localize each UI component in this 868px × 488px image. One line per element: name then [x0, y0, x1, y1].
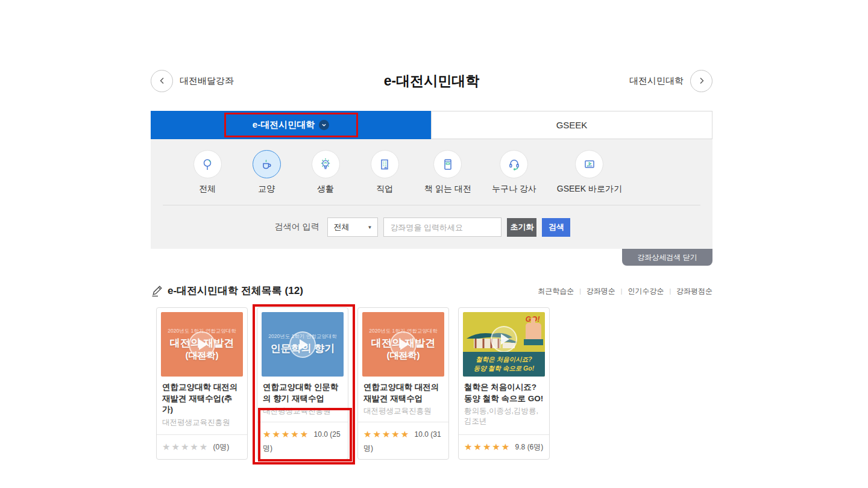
- course-thumbnail-1[interactable]: 2020년도 1학기 연합교양대학 대전의 재발견 (대전학): [161, 312, 243, 377]
- search-input[interactable]: [383, 217, 502, 237]
- category-all-label: 전체: [199, 184, 216, 195]
- course-title[interactable]: 연합교양대학 인문학의 향기 재택수업: [263, 382, 342, 404]
- close-detail-search-button[interactable]: 강좌상세검색 닫기: [622, 249, 712, 266]
- course-card-list: 2020년도 1학기 연합교양대학 대전의 재발견 (대전학) 연합교양대학 대…: [156, 307, 712, 460]
- course-card-4[interactable]: GO! 철학은 처음이시죠? 동양 철학 속으로 Go! 철학은 처음이시죠? …: [458, 307, 550, 460]
- play-button-icon[interactable]: [189, 331, 215, 358]
- course-title[interactable]: 연합교양대학 대전의 재발견 재택수업: [363, 382, 443, 404]
- chevron-down-icon: [321, 122, 327, 128]
- tab-gseek-label: GSEEK: [556, 120, 588, 130]
- course-rating-area: ★★★★★ (0명): [157, 434, 247, 460]
- next-page-label[interactable]: 대전시민대학: [629, 75, 684, 87]
- sort-rating[interactable]: 강좌평점순: [676, 286, 712, 296]
- category-job[interactable]: 직업: [365, 150, 404, 195]
- sort-course-name[interactable]: 강좌명순: [587, 286, 615, 296]
- lightbulb-icon: [318, 157, 333, 172]
- category-gseek-shortcut-circle: [575, 150, 603, 178]
- category-all[interactable]: 전체: [188, 150, 227, 195]
- header-nav: 대전배달강좌 e-대전시민대학 대전시민대학: [151, 68, 712, 93]
- tab-e-daejeon[interactable]: e-대전시민대학: [151, 111, 431, 139]
- tab-e-daejeon-label: e-대전시민대학: [253, 119, 315, 131]
- pointing-hand-illustration: [526, 323, 541, 341]
- page-title: e-대전시민대학: [151, 72, 712, 90]
- card-body: 철학은 처음이시죠? 동양 철학 속으로 GO! 황의동,이종성,김방룡,김조년: [459, 377, 549, 427]
- listing-title: e-대전시민대학 전체목록 (12): [168, 284, 303, 298]
- course-card-2[interactable]: 2020년도 1학기 연합교양대학 인문학의 향기 연합교양대학 인문학의 향기…: [257, 307, 348, 460]
- banner-line1: 철학은 처음이시죠?: [463, 355, 545, 364]
- category-gseek-shortcut[interactable]: GSEEK 바로가기: [557, 150, 622, 195]
- category-anyone-instructor[interactable]: 누구나 강사: [492, 150, 536, 195]
- rating-score: 10.0: [415, 430, 429, 439]
- category-all-circle: [193, 150, 222, 178]
- search-filter-select[interactable]: 전체 ▼: [327, 217, 378, 237]
- headset-icon: [506, 157, 522, 172]
- category-book-reading[interactable]: 책 읽는 대전: [424, 150, 471, 195]
- book-icon: [441, 157, 455, 172]
- star-rating-icons: ★★★★★: [263, 429, 309, 439]
- course-organization: 대전평생교육진흥원: [162, 418, 242, 428]
- category-life-label: 생활: [317, 184, 334, 195]
- sort-divider: |: [621, 288, 623, 295]
- course-title[interactable]: 연합교양대학 대전의 재발견 재택수업(추가): [162, 382, 242, 416]
- card-body: 연합교양대학 인문학의 향기 재택수업 대전평생교육진흥원: [257, 377, 348, 416]
- category-book-reading-label: 책 읽는 대전: [424, 184, 471, 195]
- sort-divider: |: [669, 288, 671, 295]
- listing-header: e-대전시민대학 전체목록 (12) 최근학습순 | 강좌명순 | 인기수강순 …: [151, 284, 712, 298]
- play-button-icon[interactable]: [491, 326, 517, 352]
- category-anyone-instructor-circle: [500, 150, 528, 178]
- category-book-reading-label-wrap0: 직업: [376, 184, 393, 195]
- provider-tabs: e-대전시민대학 GSEEK: [151, 111, 712, 139]
- category-life[interactable]: 생활: [306, 150, 345, 195]
- course-thumbnail-4[interactable]: GO! 철학은 처음이시죠? 동양 철학 속으로 Go!: [463, 312, 545, 377]
- play-button-icon[interactable]: [390, 331, 417, 358]
- category-anyone-instructor-label: 누구나 강사: [492, 184, 536, 195]
- tab-dropdown-button[interactable]: [319, 120, 329, 130]
- course-rating-area: ★★★★★ 9.8 (6명): [459, 434, 549, 460]
- star-rating-icons: ★★★★★: [162, 442, 209, 452]
- pencil-icon: [151, 284, 164, 298]
- course-thumbnail-2[interactable]: 2020년도 1학기 연합교양대학 인문학의 향기: [262, 312, 344, 377]
- course-organization: 대전평생교육진흥원: [363, 406, 443, 416]
- banner-line2: 동양 철학 속으로 Go!: [463, 364, 545, 373]
- sort-popularity[interactable]: 인기수강순: [627, 286, 664, 296]
- star-rating-icons: ★★★★★: [363, 429, 410, 439]
- sort-recent-learning[interactable]: 최근학습순: [538, 286, 574, 296]
- video-player-icon: [582, 157, 597, 172]
- category-list: 전체 교양: [151, 150, 659, 195]
- page-content: 대전배달강좌 e-대전시민대학 대전시민대학 e-대전시민대학 GSEEK: [151, 0, 712, 460]
- course-instructors: 황의동,이종성,김방룡,김조년: [464, 406, 544, 427]
- search-row: 검색어 입력 전체 ▼ 초기화 검색: [151, 205, 694, 249]
- course-title[interactable]: 철학은 처음이시죠? 동양 철학 속으로 GO!: [464, 382, 544, 404]
- search-button[interactable]: 검색: [542, 218, 570, 237]
- sort-options: 최근학습순 | 강좌명순 | 인기수강순 | 강좌평점순: [538, 286, 712, 298]
- course-card-1[interactable]: 2020년도 1학기 연합교양대학 대전의 재발견 (대전학) 연합교양대학 대…: [156, 307, 248, 460]
- reset-button[interactable]: 초기화: [507, 218, 536, 237]
- rating-score: 9.8: [515, 443, 526, 451]
- category-liberal-arts[interactable]: 교양: [247, 150, 286, 195]
- course-thumbnail-3[interactable]: 2020년도 1학기 연합교양대학 대전의 재발견 (대전학): [362, 312, 444, 377]
- play-button-icon[interactable]: [289, 331, 316, 358]
- header-next-group: 대전시민대학: [629, 70, 712, 92]
- balloon-icon: [200, 157, 215, 172]
- tab-gseek[interactable]: GSEEK: [431, 111, 712, 139]
- course-rating-area: ★★★★★ 10.0 (25명): [257, 422, 348, 459]
- search-filter-value: 전체: [333, 222, 349, 233]
- category-liberal-arts-circle: [253, 150, 281, 178]
- close-detail-row: 강좌상세검색 닫기: [151, 249, 712, 266]
- chevron-right-icon: [697, 77, 706, 85]
- rating-score: 10.0: [314, 430, 328, 439]
- course-card-3[interactable]: 2020년도 1학기 연합교양대학 대전의 재발견 (대전학) 연합교양대학 대…: [357, 307, 449, 460]
- category-book-reading-circle: [433, 150, 462, 178]
- coffee-cup-icon: [259, 157, 274, 172]
- sort-divider: |: [579, 288, 581, 295]
- category-life-circle: [312, 150, 340, 178]
- tab-e-daejeon-label-wrap: e-대전시민대학: [253, 119, 329, 131]
- card-body: 연합교양대학 대전의 재발견 재택수업(추가) 대전평생교육진흥원: [157, 377, 247, 428]
- search-label: 검색어 입력: [275, 222, 319, 233]
- thumb-banner: 철학은 처음이시죠? 동양 철학 속으로 Go!: [463, 352, 545, 377]
- card-body: 연합교양대학 대전의 재발견 재택수업 대전평생교육진흥원: [358, 377, 448, 416]
- select-arrow-icon: ▼: [368, 225, 373, 230]
- next-arrow-button[interactable]: [690, 70, 712, 92]
- star-rating-icons: ★★★★★: [464, 442, 511, 452]
- category-gseek-shortcut-label: GSEEK 바로가기: [557, 184, 622, 195]
